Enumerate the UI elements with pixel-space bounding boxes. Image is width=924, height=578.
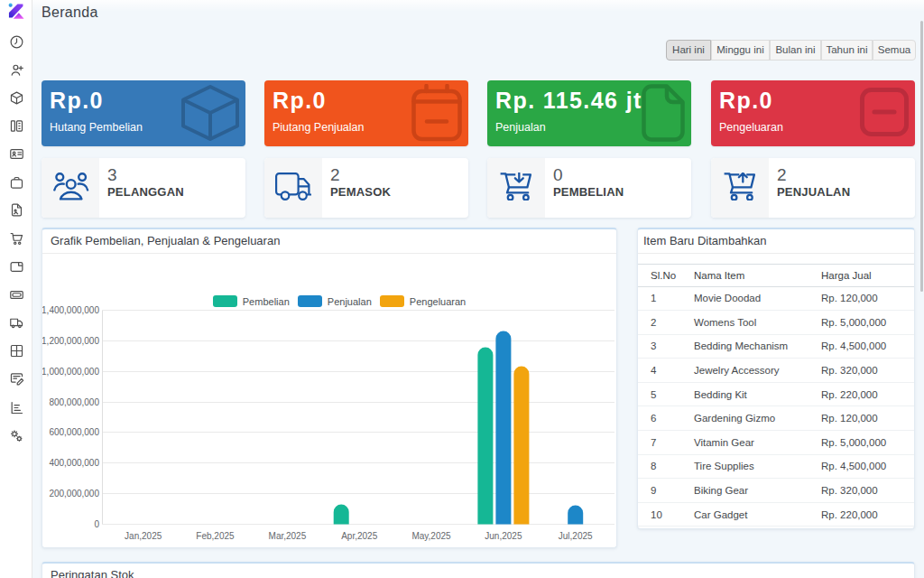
svg-text:Feb,2025: Feb,2025: [196, 531, 235, 541]
svg-text:Mar,2025: Mar,2025: [269, 531, 307, 541]
svg-text:Jul,2025: Jul,2025: [559, 531, 593, 541]
svg-text:800,000,000: 800,000,000: [49, 397, 99, 407]
svg-text:0: 0: [94, 519, 99, 529]
svg-text:200,000,000: 200,000,000: [49, 489, 99, 499]
svg-text:600,000,000: 600,000,000: [49, 427, 99, 437]
svg-text:400,000,000: 400,000,000: [49, 458, 99, 468]
svg-text:Jun,2025: Jun,2025: [485, 531, 522, 541]
svg-text:1,000,000,000: 1,000,000,000: [42, 367, 99, 377]
svg-text:1,200,000,000: 1,200,000,000: [42, 336, 99, 346]
svg-text:May,2025: May,2025: [411, 531, 451, 541]
svg-text:Apr,2025: Apr,2025: [341, 531, 377, 541]
svg-text:Jan,2025: Jan,2025: [125, 531, 162, 541]
svg-text:1,400,000,000: 1,400,000,000: [42, 305, 99, 315]
